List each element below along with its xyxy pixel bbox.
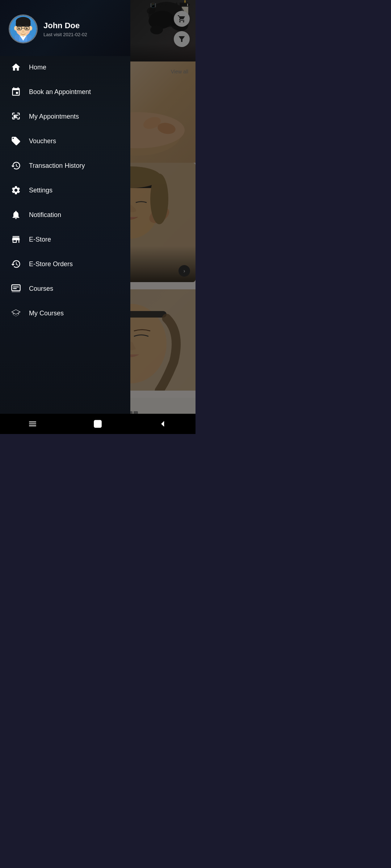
home-nav-button[interactable] bbox=[87, 417, 109, 431]
my-courses-icon bbox=[10, 307, 22, 319]
svg-point-44 bbox=[26, 27, 28, 29]
sidebar-item-courses[interactable]: Courses bbox=[0, 276, 130, 301]
sidebar-item-e-store-orders[interactable]: E-Store Orders bbox=[0, 252, 130, 276]
sidebar-item-home[interactable]: Home bbox=[0, 55, 130, 80]
sidebar-item-transaction-history[interactable]: Transaction History bbox=[0, 153, 130, 178]
courses-icon bbox=[10, 283, 22, 294]
home-icon bbox=[10, 61, 22, 73]
sidebar-item-notification[interactable]: Notification bbox=[0, 203, 130, 227]
svg-rect-54 bbox=[13, 286, 19, 287]
back-nav-button[interactable] bbox=[152, 417, 174, 431]
bottom-nav-bar bbox=[0, 414, 196, 434]
user-info: John Doe Last visit 2021-02-02 bbox=[43, 21, 122, 37]
hamburger-button[interactable] bbox=[22, 417, 43, 431]
sidebar-item-my-appointments[interactable]: My Appointments bbox=[0, 104, 130, 129]
svg-rect-52 bbox=[13, 117, 18, 118]
notification-label: Notification bbox=[29, 211, 61, 219]
store-icon bbox=[10, 234, 22, 245]
svg-rect-51 bbox=[13, 116, 17, 117]
notification-icon bbox=[10, 209, 22, 221]
settings-icon bbox=[10, 184, 22, 196]
sidebar-item-my-courses[interactable]: My Courses bbox=[0, 301, 130, 326]
svg-rect-55 bbox=[13, 288, 17, 289]
home-label: Home bbox=[29, 64, 46, 71]
history-icon bbox=[10, 160, 22, 171]
user-last-visit: Last visit 2021-02-02 bbox=[43, 32, 122, 37]
e-store-orders-label: E-Store Orders bbox=[29, 260, 73, 268]
courses-label: Courses bbox=[29, 285, 53, 293]
svg-rect-57 bbox=[94, 420, 101, 427]
nav-drawer: John Doe Last visit 2021-02-02 Home Book… bbox=[0, 0, 130, 434]
e-store-label: E-Store bbox=[29, 236, 51, 243]
sidebar-item-e-store[interactable]: E-Store bbox=[0, 227, 130, 252]
avatar bbox=[9, 14, 38, 43]
avatar-image bbox=[10, 14, 37, 43]
svg-point-45 bbox=[19, 27, 20, 28]
svg-point-48 bbox=[26, 31, 29, 34]
svg-point-47 bbox=[17, 31, 20, 34]
svg-point-43 bbox=[18, 27, 20, 29]
vouchers-label: Vouchers bbox=[29, 137, 56, 145]
settings-label: Settings bbox=[29, 187, 52, 194]
sidebar-item-vouchers[interactable]: Vouchers bbox=[0, 129, 130, 153]
user-profile-section[interactable]: John Doe Last visit 2021-02-02 bbox=[0, 0, 130, 52]
book-appointment-label: Book an Appointment bbox=[29, 88, 91, 96]
menu-list: Home Book an Appointment bbox=[0, 52, 130, 328]
svg-rect-50 bbox=[13, 115, 18, 115]
vouchers-icon bbox=[10, 135, 22, 147]
svg-rect-56 bbox=[12, 291, 20, 293]
sidebar-item-settings[interactable]: Settings bbox=[0, 178, 130, 203]
transaction-history-label: Transaction History bbox=[29, 162, 85, 170]
user-name: John Doe bbox=[43, 21, 122, 30]
my-courses-label: My Courses bbox=[29, 310, 64, 317]
svg-point-46 bbox=[27, 27, 28, 28]
book-icon bbox=[10, 86, 22, 98]
e-store-orders-icon bbox=[10, 258, 22, 270]
my-appointments-label: My Appointments bbox=[29, 113, 79, 120]
sidebar-item-book-appointment[interactable]: Book an Appointment bbox=[0, 80, 130, 104]
appointments-icon bbox=[10, 111, 22, 122]
